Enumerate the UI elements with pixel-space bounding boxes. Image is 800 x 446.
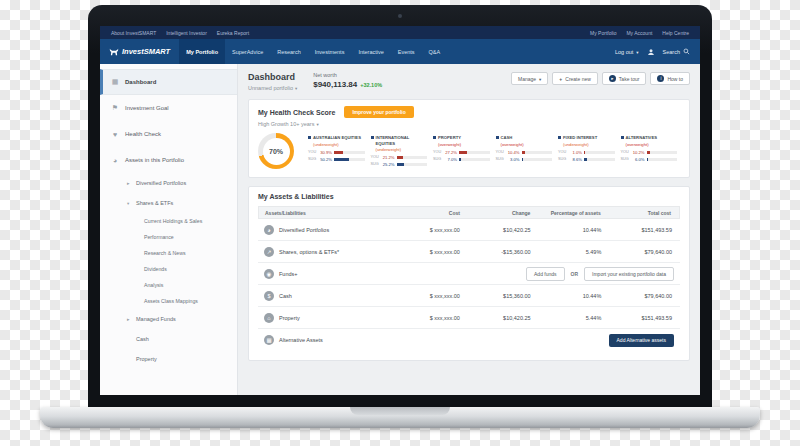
how-to-button[interactable]: i How to [650,72,690,85]
asset-name: Cash [279,293,292,299]
sug-bar [647,158,678,161]
main-navbar: InvestSMART My Portfolio SuperAdvice Res… [100,39,700,64]
legend-square-icon [308,136,311,139]
risk-profile-selector[interactable]: High Growth 10+ years [258,121,680,127]
sidebar-item-diversified-portfolios[interactable]: Diversified Portfolios [100,173,237,193]
legend-square-icon [558,136,561,139]
you-label: YOU [308,150,316,154]
sug-label: SUG [308,157,316,161]
nav-item-events[interactable]: Events [391,39,422,64]
heart-icon: ♥ [111,131,119,138]
asset-name: Funds+ [279,271,298,277]
you-percent: 10.2% [631,150,645,155]
sidebar-item-health-check[interactable]: ♥ Health Check [100,121,237,147]
nav-item-investments[interactable]: Investments [308,39,352,64]
manage-label: Manage [518,76,536,82]
add-funds-button[interactable]: Add funds [526,267,565,281]
link-my-account[interactable]: My Account [626,30,652,36]
plus-icon [559,76,562,82]
net-worth-block: Net worth $940,113.84 +32.10% [313,72,382,89]
take-tour-button[interactable]: ▸ Take tour [602,72,647,85]
asset-percentage: 5.49% [539,249,610,255]
sidebar-item-assets-class-mappings[interactable]: Assets Class Mappings [100,293,237,309]
health-class-cash: CASH (overweight) YOU10.4% SUG3.0% [493,135,556,166]
risk-profile-label: High Growth 10+ years [258,121,314,127]
link-about-investsmart[interactable]: About InvestSMART [111,30,156,36]
sidebar-item-research-news[interactable]: Research & News [100,245,237,261]
asset-class-status: (underweight) [563,142,615,147]
brand[interactable]: InvestSMART [100,39,179,64]
asset-name: Property [279,315,300,321]
asset-total: $151,493.59 [609,315,680,321]
legend-square-icon [433,136,436,139]
sidebar-item-current-holdings-sales[interactable]: Current Holdings & Sales [100,213,237,229]
flag-icon: ⚑ [111,104,119,112]
sidebar-item-investment-goal[interactable]: ⚑ Investment Goal [100,95,237,121]
legend-square-icon [621,136,624,139]
sidebar-item-analysis[interactable]: Analysis [100,277,237,293]
sug-bar [334,158,365,161]
import-portfolio-button[interactable]: Import your existing portfolio data [584,267,674,281]
you-percent: 10.4% [506,150,520,155]
sidebar-item-dividends[interactable]: Dividends [100,261,237,277]
user-icon[interactable] [647,48,655,56]
asset-total: $151,493.59 [609,227,680,233]
chevron-down-icon [127,200,132,206]
create-new-label: Create new [565,76,591,82]
property-icon: ⌂ [264,313,274,323]
you-percent: 30.9% [318,150,332,155]
add-alternative-assets-button[interactable]: Add Alternative assets [609,334,674,347]
sug-bar [584,158,615,161]
link-my-portfolio[interactable]: My Portfolio [590,30,616,36]
nav-item-interactive[interactable]: Interactive [351,39,390,64]
sidebar-item-assets-in-portfolio[interactable]: ◕ Assets in this Portfolio [100,147,237,173]
sidebar-item-cash[interactable]: Cash [100,329,237,349]
assets-liabilities-title: My Assets & Liabilities [258,193,680,200]
nav-item-my-portfolio[interactable]: My Portfolio [179,39,225,64]
improve-portfolio-button[interactable]: Improve your portfolio [344,106,413,118]
search-button[interactable]: Search [663,48,690,55]
utility-bar: About InvestSMART Intelligent Investor E… [100,26,700,39]
link-help-centre[interactable]: Help Centre [662,30,689,36]
laptop-screen: About InvestSMART Intelligent Investor E… [100,26,700,395]
nav-item-qa[interactable]: Q&A [422,39,448,64]
laptop-bezel: About InvestSMART Intelligent Investor E… [88,5,712,407]
link-intelligent-investor[interactable]: Intelligent Investor [166,30,207,36]
asset-percentage: 10.44% [539,227,610,233]
sidebar-item-managed-funds[interactable]: Managed Funds [100,309,237,329]
portfolio-selector[interactable]: Unnamed portfolio [248,85,297,91]
sidebar-item-property[interactable]: Property [100,349,237,369]
nav-item-superadvice[interactable]: SuperAdvice [225,39,270,64]
laptop-notch [350,407,450,415]
asset-cost: $ xxx,xxx.00 [397,293,468,299]
table-row-cash: $ Cash $ xxx,xxx.00 $15,360.00 10.44% $7… [258,285,680,307]
sug-bar [459,158,490,161]
sidebar-item-performance[interactable]: Performance [100,229,237,245]
sidebar-item-label: Managed Funds [136,316,176,322]
sidebar-item-dashboard[interactable]: ▦ Dashboard [100,69,237,95]
you-bar [397,156,428,159]
net-worth-change: +32.10% [360,82,382,88]
create-new-button[interactable]: Create new [552,72,598,85]
asset-class-name: CASH [501,135,513,140]
sidebar-item-shares-etfs[interactable]: Shares & ETFs [100,193,237,213]
assets-liabilities-panel: My Assets & Liabilities Assets/Liabiliti… [248,186,690,361]
health-class-property: PROPERTY (overweight) YOU27.2% SUG7.0% [430,135,493,166]
you-bar [459,151,490,154]
asset-class-status: (overweight) [438,142,490,147]
you-bar [584,151,615,154]
table-row-diversified-portfolios: ◕ Diversified Portfolios $ xxx,xxx.00 $1… [258,219,680,241]
table-row-funds: ◉ Funds+ Add funds OR Import your existi… [258,263,680,285]
nav-item-research[interactable]: Research [270,39,308,64]
col-assets-liabilities: Assets/Liabilities [259,210,398,216]
health-class-international-equities: INTERNATIONAL EQUITIES (underweight) YOU… [368,135,431,166]
logout-button[interactable]: Log out [615,49,639,55]
asset-class-status: (overweight) [501,142,553,147]
link-eureka-report[interactable]: Eureka Report [217,30,249,36]
you-label: YOU [371,155,379,159]
chevron-down-icon [539,76,541,82]
laptop-base [40,407,760,428]
info-icon: i [657,75,664,82]
manage-button[interactable]: Manage [511,72,548,85]
asset-total: $79,640.00 [609,293,680,299]
